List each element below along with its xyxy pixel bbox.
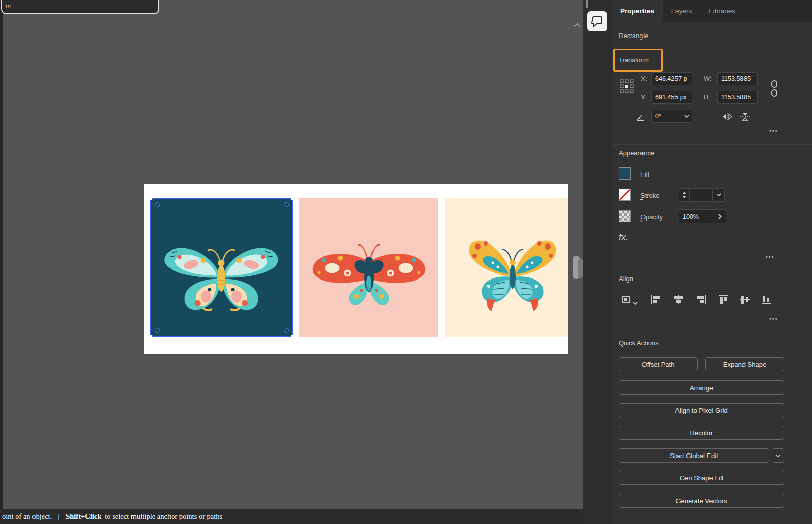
- height-input[interactable]: 1153.5885: [717, 91, 758, 104]
- offset-path-button[interactable]: Offset Path: [619, 357, 698, 371]
- artwork-rectangle-teal[interactable]: [150, 198, 293, 337]
- align-right-icon[interactable]: [696, 294, 707, 307]
- tab-layers[interactable]: Layers: [663, 0, 701, 22]
- recolor-button[interactable]: Recolor: [619, 426, 784, 440]
- flip-vertical-icon[interactable]: [740, 112, 750, 124]
- corner-widget[interactable]: [284, 328, 289, 333]
- start-global-edit-button[interactable]: Start Global Edit: [619, 448, 769, 463]
- align-section-title: Align: [619, 275, 633, 283]
- stroke-label[interactable]: Stroke: [640, 192, 660, 199]
- flip-horizontal-icon[interactable]: [721, 113, 733, 123]
- status-hint-prefix: oint of an object.: [2, 512, 52, 521]
- menu-text-fragment: m: [6, 3, 11, 10]
- selection-handle[interactable]: [150, 198, 153, 200]
- stroke-swatch-none[interactable]: [619, 189, 631, 201]
- expand-shape-button[interactable]: Expand Shape: [705, 357, 784, 371]
- corner-widget[interactable]: [155, 202, 160, 207]
- tab-properties[interactable]: Properties: [612, 0, 663, 22]
- h-label: H:: [704, 94, 710, 101]
- chevron-right-icon: [718, 214, 722, 219]
- divider: [612, 268, 812, 268]
- rail-scrollbar[interactable]: [586, 0, 588, 8]
- status-bar: oint of an object. | Shift+Click to sele…: [0, 509, 583, 524]
- width-value: 1153.5885: [721, 75, 751, 82]
- opacity-flyout[interactable]: [714, 209, 726, 223]
- stroke-weight-stepper[interactable]: [679, 188, 690, 202]
- height-value: 1153.5885: [721, 94, 751, 101]
- opacity-label[interactable]: Opacity: [640, 213, 663, 221]
- rotation-angle-icon: [636, 114, 645, 123]
- selection-handle[interactable]: [150, 335, 153, 337]
- panel-dock-rail: [583, 0, 612, 524]
- corner-widget[interactable]: [155, 328, 160, 333]
- artboard[interactable]: [144, 184, 568, 354]
- panel-collapse-grip[interactable]: [578, 259, 583, 278]
- colon-fragment: :: [162, 3, 164, 10]
- start-global-edit-dropdown[interactable]: [772, 448, 784, 463]
- artwork-rectangle-cream[interactable]: [445, 198, 568, 337]
- status-hint-suffix: to select multiple anchor points or path…: [105, 512, 222, 521]
- divider: [612, 332, 812, 332]
- selection-handle[interactable]: [291, 198, 293, 200]
- butterfly-teal-illustration: [154, 226, 288, 321]
- status-separator: |: [58, 512, 59, 521]
- align-horizontal-center-icon[interactable]: [673, 294, 684, 307]
- scroll-up-icon[interactable]: [573, 20, 581, 29]
- comment-tool-button[interactable]: [587, 11, 607, 31]
- illustrator-window: m : oint of an object. | Shift+Click to …: [0, 0, 812, 524]
- divider: [612, 144, 812, 145]
- chevron-down-icon: [775, 454, 781, 458]
- transform-section-title: Transform: [619, 56, 649, 64]
- corner-widget[interactable]: [284, 202, 289, 207]
- align-bottom-icon[interactable]: [761, 294, 772, 307]
- align-vertical-center-icon[interactable]: [739, 294, 751, 307]
- stroke-weight-field[interactable]: [689, 188, 713, 202]
- rotation-combobox[interactable]: 0°: [651, 110, 692, 123]
- fill-swatch[interactable]: [619, 167, 631, 180]
- status-shortcut: Shift+Click: [65, 512, 101, 521]
- tab-libraries[interactable]: Libraries: [700, 0, 744, 22]
- y-label: Y:: [641, 94, 647, 101]
- transform-more-options[interactable]: •••: [769, 128, 779, 134]
- align-more-options[interactable]: •••: [769, 316, 779, 322]
- stepper-down-icon[interactable]: [682, 196, 686, 198]
- chevron-down-icon[interactable]: [681, 110, 692, 122]
- opacity-swatch[interactable]: [619, 210, 631, 222]
- chevron-down-icon: [716, 193, 721, 197]
- align-left-icon[interactable]: [650, 294, 661, 307]
- fill-label: Fill: [640, 170, 649, 178]
- x-value: 646.4257 p: [655, 75, 687, 82]
- stroke-unit-dropdown[interactable]: [712, 188, 725, 202]
- selection-handle[interactable]: [291, 335, 293, 337]
- moth-orange-illustration: [304, 224, 434, 313]
- stepper-up-icon[interactable]: [682, 192, 686, 194]
- quick-actions-section-title: Quick Actions: [619, 339, 659, 347]
- reference-point-icon[interactable]: [620, 79, 634, 95]
- align-top-icon[interactable]: [718, 294, 729, 307]
- rotation-value: 0°: [652, 113, 681, 120]
- chevron-down-icon[interactable]: [633, 298, 638, 307]
- generate-vectors-button[interactable]: Generate Vectors: [619, 494, 784, 508]
- y-input[interactable]: 691.455 px: [651, 91, 692, 104]
- opacity-input[interactable]: 100%: [679, 209, 714, 223]
- x-label: X:: [641, 75, 647, 82]
- gen-shape-fill-button[interactable]: Gen Shape Fill: [619, 471, 784, 485]
- arrange-button[interactable]: Arrange: [619, 380, 784, 395]
- x-input[interactable]: 646.4257 p: [651, 72, 692, 85]
- window-tab-annotation: m: [1, 0, 159, 14]
- y-value: 691.455 px: [655, 94, 687, 101]
- butterfly-yellow-illustration: [459, 224, 566, 316]
- w-label: W:: [704, 75, 712, 82]
- appearance-more-options[interactable]: •••: [766, 254, 775, 260]
- align-to-pixel-grid-button[interactable]: Align to Pixel Grid: [619, 403, 784, 417]
- fx-effects-button[interactable]: fx.: [619, 232, 628, 243]
- width-input[interactable]: 1153.5885: [717, 72, 758, 85]
- artwork-rectangle-pink[interactable]: [299, 198, 438, 337]
- align-to-selection-icon[interactable]: [621, 294, 632, 307]
- selected-object-type: Rectangle: [619, 32, 649, 40]
- rotation-angle-colon: :: [646, 113, 647, 120]
- panel-tabbar: Properties Layers Libraries: [612, 0, 812, 22]
- constrain-proportions-icon[interactable]: [769, 80, 780, 99]
- canvas[interactable]: [3, 0, 583, 509]
- opacity-value: 100%: [683, 213, 699, 220]
